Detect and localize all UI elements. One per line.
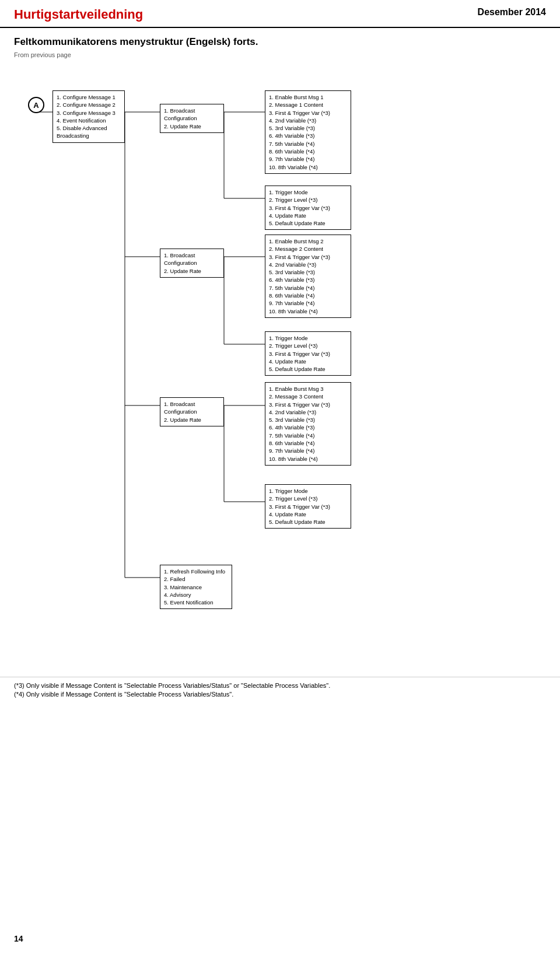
msg2-var-2: 2. Message 2 Content <box>269 245 347 253</box>
msg2-trig-5: 5. Default Update Rate <box>269 365 347 373</box>
msg2-var-4: 4. 2nd Variable (*3) <box>269 261 347 268</box>
bottom-menu-box: 1. Refresh Following Info 2. Failed 3. M… <box>160 565 232 609</box>
msg1-trig-2: 2. Trigger Level (*3) <box>269 196 347 204</box>
footer-notes: (*3) Only visible if Message Content is … <box>0 677 560 704</box>
bottom-item-5: 5. Event Notification <box>164 599 228 606</box>
msg3-var-9: 9. 7th Variable (*4) <box>269 447 347 454</box>
broadcast-box-3-line1: 1. Broadcast Configuration <box>164 400 220 416</box>
msg1-var-5: 5. 3rd Variable (*3) <box>269 124 347 132</box>
msg3-vars-box: 1. Enable Burst Msg 3 2. Message 3 Conte… <box>265 382 351 466</box>
msg1-var-9: 9. 7th Variable (*4) <box>269 155 347 163</box>
msg1-trig-4: 4. Update Rate <box>269 212 347 219</box>
page-subtitle: Feltkommunikatorens menystruktur (Engels… <box>0 28 560 50</box>
header-date: Desember 2014 <box>478 7 546 18</box>
msg2-trig-1: 1. Trigger Mode <box>269 334 347 342</box>
msg3-trig-5: 5. Default Update Rate <box>269 518 347 526</box>
bottom-item-1: 1. Refresh Following Info <box>164 568 228 575</box>
msg3-var-3: 3. First & Trigger Var (*3) <box>269 401 347 408</box>
msg1-var-4: 4. 2nd Variable (*3) <box>269 117 347 124</box>
msg1-trig-3: 3. First & Trigger Var (*3) <box>269 204 347 212</box>
msg3-var-2: 2. Message 3 Content <box>269 393 347 400</box>
msg2-vars-box: 1. Enable Burst Msg 2 2. Message 2 Conte… <box>265 235 351 318</box>
msg2-var-6: 6. 4th Variable (*3) <box>269 276 347 284</box>
broadcast-box-3: 1. Broadcast Configuration 2. Update Rat… <box>160 397 224 426</box>
broadcast-box-1-line2: 2. Update Rate <box>164 123 220 130</box>
msg1-var-10: 10. 8th Variable (*4) <box>269 163 347 171</box>
msg2-trig-4: 4. Update Rate <box>269 358 347 365</box>
bottom-item-2: 2. Failed <box>164 575 228 583</box>
footnote-3: (*3) Only visible if Message Content is … <box>14 682 546 689</box>
msg2-trig-2: 2. Trigger Level (*3) <box>269 342 347 349</box>
msg1-trig-5: 5. Default Update Rate <box>269 219 347 227</box>
page-number: 14 <box>14 934 23 943</box>
broadcast-box-3-line2: 2. Update Rate <box>164 416 220 424</box>
msg2-var-1: 1. Enable Burst Msg 2 <box>269 237 347 245</box>
msg2-var-3: 3. First & Trigger Var (*3) <box>269 253 347 261</box>
msg3-trig-4: 4. Update Rate <box>269 510 347 518</box>
msg3-var-1: 1. Enable Burst Msg 3 <box>269 385 347 393</box>
msg1-var-1: 1. Enable Burst Msg 1 <box>269 93 347 101</box>
msg1-var-6: 6. 4th Variable (*3) <box>269 132 347 139</box>
msg3-trig-3: 3. First & Trigger Var (*3) <box>269 503 347 510</box>
bottom-item-4: 4. Advisory <box>164 591 228 599</box>
msg2-var-5: 5. 3rd Variable (*3) <box>269 268 347 276</box>
msg2-trigger-box: 1. Trigger Mode 2. Trigger Level (*3) 3.… <box>265 331 351 376</box>
msg2-var-8: 8. 6th Variable (*4) <box>269 292 347 299</box>
msg1-var-2: 2. Message 1 Content <box>269 101 347 109</box>
broadcast-box-2-line2: 2. Update Rate <box>164 267 220 275</box>
left-menu-item-3: 3. Configure Message 3 <box>57 109 121 117</box>
msg2-var-7: 7. 5th Variable (*4) <box>269 284 347 292</box>
page-header: Hurtigstartveiledning Desember 2014 <box>0 0 560 28</box>
msg1-trig-1: 1. Trigger Mode <box>269 188 347 196</box>
msg2-trig-3: 3. First & Trigger Var (*3) <box>269 350 347 358</box>
msg2-var-9: 9. 7th Variable (*4) <box>269 299 347 307</box>
msg3-trig-2: 2. Trigger Level (*3) <box>269 495 347 502</box>
footnote-4: (*4) Only visible if Message Content is … <box>14 691 546 698</box>
msg1-var-7: 7. 5th Variable (*4) <box>269 140 347 148</box>
app-title: Hurtigstartveiledning <box>14 7 143 22</box>
msg3-var-10: 10. 8th Variable (*4) <box>269 455 347 463</box>
broadcast-box-1: 1. Broadcast Configuration 2. Update Rat… <box>160 104 224 133</box>
msg1-var-3: 3. First & Trigger Var (*3) <box>269 109 347 117</box>
node-a: A <box>28 97 44 113</box>
msg3-var-4: 4. 2nd Variable (*3) <box>269 408 347 416</box>
broadcast-box-1-line1: 1. Broadcast Configuration <box>164 107 220 123</box>
left-menu-item-1: 1. Configure Message 1 <box>57 93 121 101</box>
broadcast-box-2-line1: 1. Broadcast Configuration <box>164 251 220 267</box>
msg3-var-8: 8. 6th Variable (*4) <box>269 439 347 447</box>
msg3-var-7: 7. 5th Variable (*4) <box>269 432 347 439</box>
left-menu-item-2: 2. Configure Message 2 <box>57 101 121 109</box>
left-menu-item-5: 5. Disable Advanced Broadcasting <box>57 124 121 140</box>
from-previous-label: From previous page <box>0 50 560 58</box>
bottom-item-3: 3. Maintenance <box>164 583 228 591</box>
left-menu-item-4: 4. Event Notification <box>57 117 121 124</box>
msg1-vars-box: 1. Enable Burst Msg 1 2. Message 1 Conte… <box>265 90 351 174</box>
broadcast-box-2: 1. Broadcast Configuration 2. Update Rat… <box>160 249 224 278</box>
left-menu-box: 1. Configure Message 1 2. Configure Mess… <box>52 90 125 143</box>
msg3-var-6: 6. 4th Variable (*3) <box>269 424 347 431</box>
msg2-var-10: 10. 8th Variable (*4) <box>269 307 347 315</box>
msg3-var-5: 5. 3rd Variable (*3) <box>269 416 347 424</box>
msg1-trigger-box: 1. Trigger Mode 2. Trigger Level (*3) 3.… <box>265 186 351 230</box>
diagram-area: A 1. Configure Message 1 2. Configure Me… <box>14 58 551 671</box>
msg1-var-8: 8. 6th Variable (*4) <box>269 148 347 155</box>
msg3-trigger-box: 1. Trigger Mode 2. Trigger Level (*3) 3.… <box>265 484 351 529</box>
msg3-trig-1: 1. Trigger Mode <box>269 487 347 495</box>
